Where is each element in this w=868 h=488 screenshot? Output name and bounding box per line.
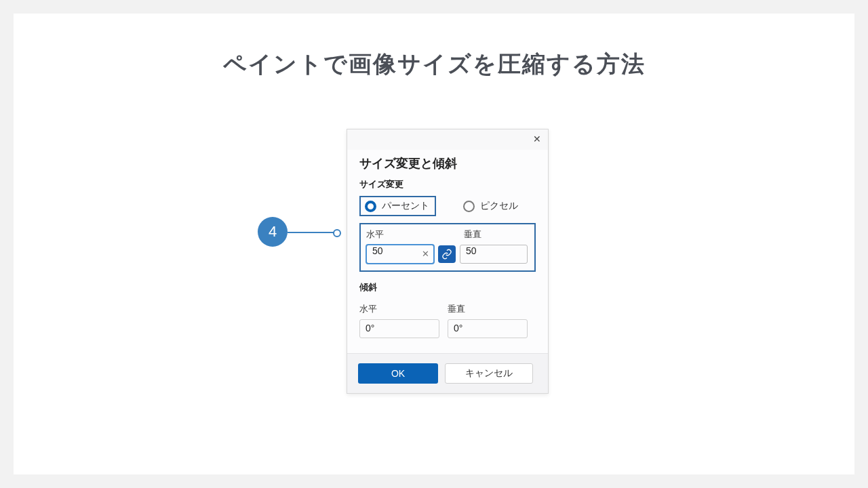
skew-horizontal-value: 0° xyxy=(366,323,374,333)
ok-button[interactable]: OK xyxy=(358,363,438,384)
resize-vertical-input[interactable]: 50 xyxy=(460,245,528,264)
skew-horizontal-input[interactable]: 0° xyxy=(359,319,439,338)
radio-pixel[interactable]: ピクセル xyxy=(459,197,524,215)
step-number-badge: 4 xyxy=(258,217,288,247)
skew-vertical-value: 0° xyxy=(454,323,462,333)
resize-horizontal-value: 50 xyxy=(372,245,383,256)
page-title: ペイントで画像サイズを圧縮する方法 xyxy=(14,49,854,80)
radio-selected-icon xyxy=(365,201,376,212)
dialog-body: サイズ変更と傾斜 サイズ変更 パーセント ピクセル 水平 垂直 xyxy=(347,150,548,341)
radio-percent[interactable]: パーセント xyxy=(359,196,436,216)
radio-percent-label: パーセント xyxy=(382,200,429,212)
clear-input-icon[interactable]: ✕ xyxy=(422,249,429,259)
radio-unselected-icon xyxy=(463,201,475,212)
dialog-footer: OK キャンセル xyxy=(347,353,548,393)
cancel-button[interactable]: キャンセル xyxy=(445,363,533,384)
resize-section-label: サイズ変更 xyxy=(359,178,536,190)
aspect-lock-button[interactable] xyxy=(438,245,456,263)
link-icon xyxy=(441,249,452,260)
skew-vertical-label: 垂直 xyxy=(448,303,465,315)
resize-horizontal-label: 水平 xyxy=(366,228,464,241)
radio-pixel-label: ピクセル xyxy=(480,200,518,212)
skew-vertical-input[interactable]: 0° xyxy=(448,319,528,338)
dialog-title: サイズ変更と傾斜 xyxy=(359,155,536,171)
unit-radio-group: パーセント ピクセル xyxy=(359,196,536,216)
close-icon[interactable]: ✕ xyxy=(529,132,545,146)
resize-skew-dialog: ✕ サイズ変更と傾斜 サイズ変更 パーセント ピクセル 水平 垂直 xyxy=(347,129,549,394)
resize-inputs-highlight: 水平 垂直 50 ✕ 50 xyxy=(359,223,536,272)
callout-line xyxy=(288,232,338,233)
dialog-titlebar: ✕ xyxy=(347,129,548,150)
resize-vertical-value: 50 xyxy=(466,245,477,256)
resize-horizontal-input[interactable]: 50 ✕ xyxy=(366,245,434,264)
skew-section-label: 傾斜 xyxy=(359,281,536,293)
slide-card: ペイントで画像サイズを圧縮する方法 4 ✕ サイズ変更と傾斜 サイズ変更 パーセ… xyxy=(14,14,854,474)
skew-horizontal-label: 水平 xyxy=(359,303,448,315)
resize-vertical-label: 垂直 xyxy=(464,228,481,241)
